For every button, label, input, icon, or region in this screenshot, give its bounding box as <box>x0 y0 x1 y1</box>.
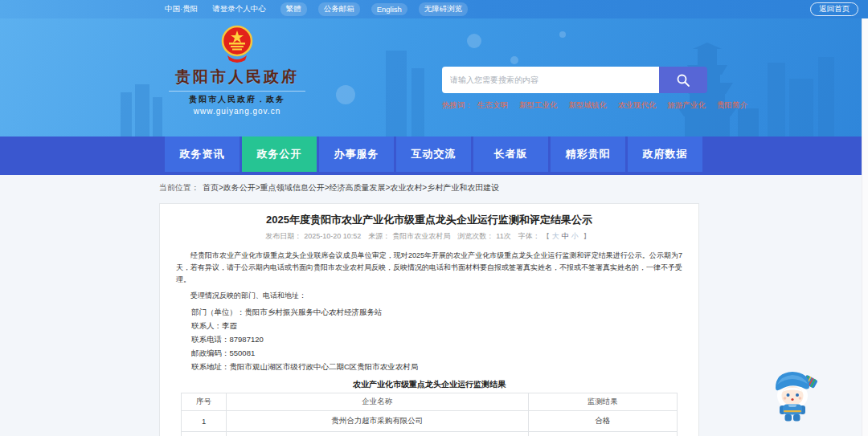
font-size-button[interactable]: 大 <box>552 232 559 240</box>
site-url: www.guiyang.gov.cn <box>169 107 305 116</box>
article-paragraph: 受理情况反映的部门、电话和地址： <box>176 290 682 302</box>
site-title: 贵阳市人民政府 <box>169 67 305 88</box>
cityscape-silhouette <box>0 18 868 137</box>
topbar-link-6[interactable]: 无障碍浏览 <box>419 2 469 16</box>
monitoring-result-table: 序号企业名称监测结果 1贵州合力超市采购有限公司合格2贵州友禾种业有限公司合格3… <box>181 393 677 436</box>
national-emblem-icon <box>219 25 255 65</box>
article-meta: 发布日期：2025-10-20 10:52来源：贵阳市农业农村局浏览次数：11次… <box>176 231 682 242</box>
main-nav: 政务资讯政务公开办事服务互动交流长者版精彩贵阳政府数据 <box>0 137 868 175</box>
contact-line: 联系地址：贵阳市观山湖区市级行政中心二期C区贵阳市农业农村局 <box>176 360 682 373</box>
topbar: 中国·贵阳请登录个人中心繁體公务邮箱English无障碍浏览 返回首页 <box>0 0 868 19</box>
article-title: 2025年度贵阳市农业产业化市级重点龙头企业运行监测和评定结果公示 <box>176 214 682 226</box>
scrollbar-track[interactable] <box>862 18 868 436</box>
hot-search-word[interactable]: 农业现代化 <box>618 100 657 109</box>
breadcrumb-label: 当前位置： <box>159 183 199 192</box>
site-subtitle: 贵阳市人民政府．政务 <box>169 91 305 105</box>
breadcrumb-path[interactable]: 首页>政务公开>重点领域信息公开>经济高质量发展>农业农村>乡村产业和农田建设 <box>203 183 499 192</box>
hot-search-label: 热搜词： <box>442 100 473 109</box>
hot-search-word[interactable]: 贵阳简介 <box>717 100 747 109</box>
hot-search-word[interactable]: 旅游产业化 <box>668 100 706 109</box>
font-size-button[interactable]: 中 <box>562 232 569 240</box>
views: 11次 <box>496 232 510 240</box>
hot-search-word[interactable]: 新型工业化 <box>519 100 558 109</box>
hot-search-word[interactable]: 新型城镇化 <box>569 100 608 109</box>
topbar-link-5[interactable]: English <box>371 3 407 15</box>
article-paragraph: 经贵阳市农业产业化市级重点龙头企业联席会议成员单位审定，现对2025年开展的农业… <box>176 250 682 286</box>
hot-search-word[interactable]: 生态文明 <box>477 100 508 109</box>
font-size-button[interactable]: 小 <box>571 232 579 240</box>
topbar-link-3[interactable]: 繁體 <box>280 2 307 16</box>
table-cell: 贵州合力超市采购有限公司 <box>226 411 528 432</box>
table-caption: 农业产业化市级重点龙头企业运行监测结果 <box>176 378 682 390</box>
bracket: 】 <box>583 232 591 240</box>
nav-tab-精彩贵阳[interactable]: 精彩贵阳 <box>551 137 625 172</box>
site-logo[interactable]: 贵阳市人民政府 贵阳市人民政府．政务 www.guiyang.gov.cn <box>169 25 305 116</box>
breadcrumb[interactable]: 当前位置：首页>政务公开>重点领域信息公开>经济高质量发展>农业农村>乡村产业和… <box>159 182 499 194</box>
table-header-cell: 监测结果 <box>528 393 677 411</box>
banner: 贵阳市人民政府 贵阳市人民政府．政务 www.guiyang.gov.cn 热搜… <box>0 18 868 137</box>
topbar-link-1[interactable]: 中国·贵阳 <box>165 4 198 14</box>
content-area: 当前位置：首页>政务公开>重点领域信息公开>经济高质量发展>农业农村>乡村产业和… <box>0 175 868 436</box>
publish-date-label: 发布日期： <box>265 232 301 240</box>
search-icon <box>676 73 690 88</box>
bracket: 【 <box>542 232 550 240</box>
table-cell: 贵州友禾种业有限公司 <box>226 432 528 436</box>
table-cell: 2 <box>182 432 226 436</box>
nav-tab-互动交流[interactable]: 互动交流 <box>396 137 471 172</box>
nav-tab-长者版[interactable]: 长者版 <box>473 137 548 172</box>
hot-search-row: 热搜词：生态文明新型工业化新型城镇化农业现代化旅游产业化贵阳简介 <box>442 100 707 111</box>
nav-tab-办事服务[interactable]: 办事服务 <box>319 137 394 172</box>
font-size-label: 字体： <box>518 232 540 240</box>
contact-line: 邮政编码：550081 <box>176 346 682 360</box>
contact-line: 部门（单位）：贵阳市乡村振兴服务中心农村经济服务站 <box>176 305 682 319</box>
table-cell: 1 <box>182 411 226 432</box>
table-row: 1贵州合力超市采购有限公司合格 <box>182 411 677 432</box>
contact-line: 联系人：李霞 <box>176 319 682 332</box>
mascot-assistant[interactable] <box>768 365 820 422</box>
table-cell: 合格 <box>528 411 677 432</box>
topbar-link-2[interactable]: 请登录个人中心 <box>212 4 266 14</box>
source-label: 来源： <box>368 232 390 240</box>
nav-tab-政务资讯[interactable]: 政务资讯 <box>165 137 240 172</box>
contact-line: 联系电话：87987120 <box>176 332 682 346</box>
nav-tab-政府数据[interactable]: 政府数据 <box>628 137 702 172</box>
table-row: 2贵州友禾种业有限公司合格 <box>182 432 677 436</box>
topbar-link-4[interactable]: 公务邮箱 <box>318 2 360 16</box>
publish-date: 2025-10-20 10:52 <box>304 232 361 240</box>
nav-tab-政务公开[interactable]: 政务公开 <box>242 137 317 172</box>
search-button[interactable] <box>659 67 707 93</box>
article-card: 2025年度贵阳市农业产业化市级重点龙头企业运行监测和评定结果公示 发布日期：2… <box>159 203 699 436</box>
table-header-cell: 企业名称 <box>226 393 528 411</box>
table-cell: 合格 <box>528 432 677 436</box>
mascot-icon <box>768 365 820 422</box>
views-label: 浏览次数： <box>457 232 493 240</box>
page: 中国·贵阳请登录个人中心繁體公务邮箱English无障碍浏览 返回首页 <box>0 0 868 436</box>
table-header-cell: 序号 <box>182 393 226 411</box>
search-input[interactable] <box>442 67 659 93</box>
source: 贵阳市农业农村局 <box>392 232 450 240</box>
return-home-button[interactable]: 返回首页 <box>810 2 858 16</box>
